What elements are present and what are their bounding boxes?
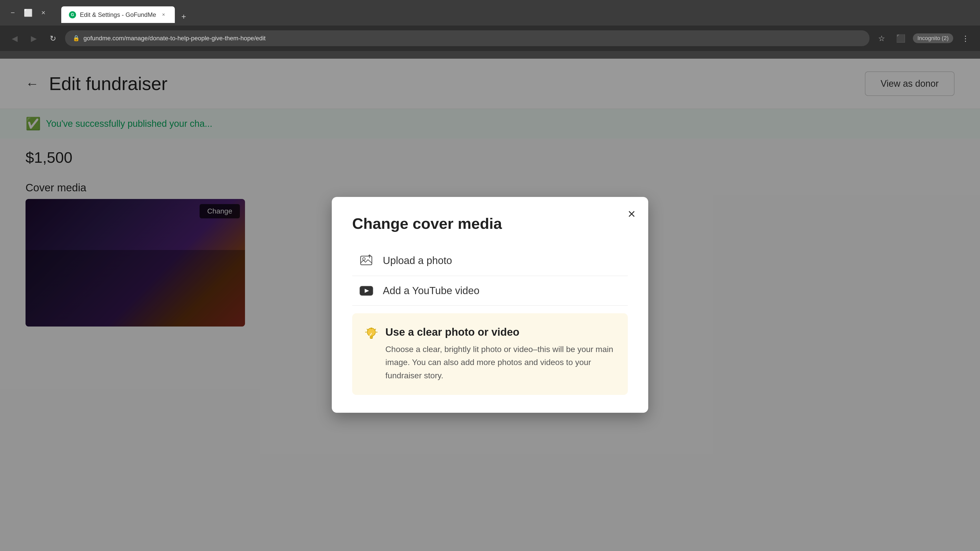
modal-overlay[interactable]: × Change cover media Upload a photo: [0, 59, 980, 551]
upload-photo-option[interactable]: Upload a photo: [352, 245, 628, 276]
address-bar[interactable]: 🔒 gofundme.com/manage/donate-to-help-peo…: [65, 30, 870, 46]
youtube-label: Add a YouTube video: [383, 285, 479, 297]
upload-photo-label: Upload a photo: [383, 255, 452, 266]
modal-close-button[interactable]: ×: [628, 207, 635, 221]
menu-button[interactable]: ⋮: [958, 32, 972, 45]
reload-button[interactable]: ↻: [46, 32, 60, 45]
modal-title: Change cover media: [352, 215, 628, 232]
browser-title-bar: − ⬜ × G Edit & Settings - GoFundMe × +: [0, 0, 980, 25]
svg-line-6: [367, 329, 368, 330]
lightbulb-icon: [365, 327, 378, 382]
tab-close-icon[interactable]: ×: [160, 11, 167, 18]
tab-title: Edit & Settings - GoFundMe: [80, 11, 156, 18]
svg-point-4: [367, 328, 375, 336]
minimize-button[interactable]: −: [8, 8, 18, 18]
lock-icon: 🔒: [73, 35, 80, 41]
bookmark-button[interactable]: ☆: [875, 32, 889, 45]
incognito-badge: Incognito (2): [913, 33, 953, 43]
window-controls: − ⬜ ×: [8, 8, 48, 18]
forward-nav-button[interactable]: ▶: [27, 32, 41, 45]
tab-favicon: G: [69, 11, 76, 18]
active-tab[interactable]: G Edit & Settings - GoFundMe ×: [61, 6, 175, 23]
back-nav-button[interactable]: ◀: [8, 32, 22, 45]
change-cover-media-modal: × Change cover media Upload a photo: [332, 197, 648, 413]
new-tab-button[interactable]: +: [177, 10, 190, 23]
address-text: gofundme.com/manage/donate-to-help-peopl…: [83, 35, 266, 42]
svg-rect-0: [361, 256, 372, 265]
tip-title: Use a clear photo or video: [385, 326, 615, 338]
maximize-button[interactable]: ⬜: [23, 8, 33, 18]
add-youtube-option[interactable]: Add a YouTube video: [352, 276, 628, 306]
split-view-button[interactable]: ⬛: [894, 32, 908, 45]
close-button[interactable]: ×: [38, 8, 48, 18]
address-bar-row: ◀ ▶ ↻ 🔒 gofundme.com/manage/donate-to-he…: [0, 25, 980, 51]
browser-chrome: − ⬜ × G Edit & Settings - GoFundMe × + ◀…: [0, 0, 980, 59]
page-content: ← Edit fundraiser View as donor ✅ You've…: [0, 59, 980, 551]
tip-box: Use a clear photo or video Choose a clea…: [352, 313, 628, 395]
tip-description: Choose a clear, brightly lit photo or vi…: [385, 343, 615, 382]
tab-bar: G Edit & Settings - GoFundMe × +: [54, 3, 972, 23]
svg-point-1: [363, 258, 365, 260]
svg-line-7: [375, 329, 375, 330]
tip-content: Use a clear photo or video Choose a clea…: [385, 326, 615, 382]
youtube-icon: [357, 286, 375, 296]
upload-photo-icon: [357, 254, 375, 267]
